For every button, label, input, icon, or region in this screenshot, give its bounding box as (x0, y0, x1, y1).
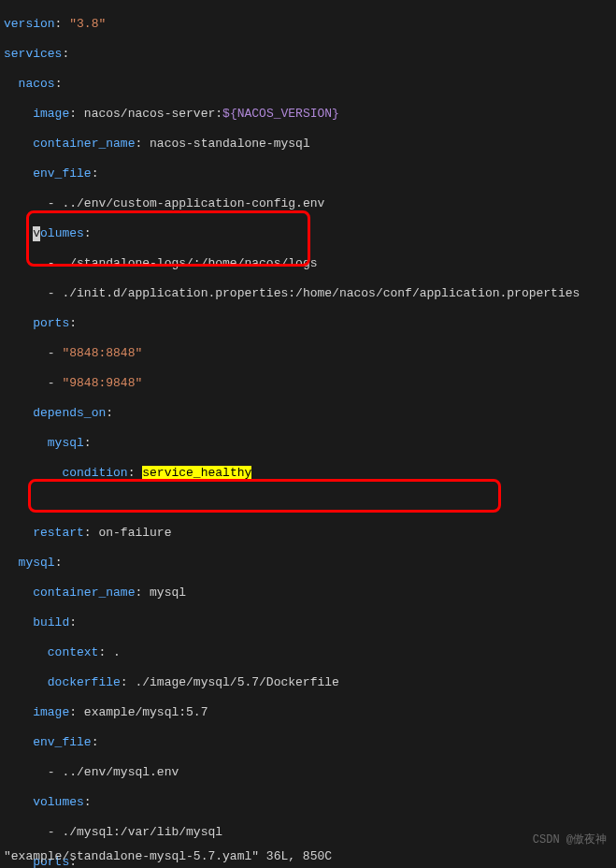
yaml-value: example/mysql:5.7 (77, 705, 208, 719)
vim-status-line: "example/standalone-mysql-5.7.yaml" 36L,… (4, 849, 332, 864)
yaml-key: olumes (40, 226, 84, 240)
yaml-key: services (4, 47, 62, 61)
yaml-key: image (33, 107, 69, 121)
list-item: ./standalone-logs/:/home/nacos/logs (62, 256, 317, 270)
yaml-value: ./image/mysql/5.7/Dockerfile (128, 675, 339, 689)
yaml-value: . (106, 645, 121, 659)
yaml-key: image (33, 705, 69, 719)
yaml-key: container_name (33, 586, 135, 600)
yaml-variable: ${NACOS_VERSION} (222, 107, 339, 121)
yaml-key: restart (33, 526, 84, 540)
yaml-key: context (48, 645, 99, 659)
list-item: "8848:8848" (62, 346, 142, 360)
cursor: v (33, 226, 40, 241)
watermark: CSDN @傲夜神 (533, 832, 607, 847)
yaml-key: build (33, 615, 69, 629)
yaml-key: mysql (48, 436, 84, 450)
yaml-key: version (4, 17, 55, 31)
highlighted-value: service_healthy (142, 466, 251, 480)
yaml-value: nacos/nacos-server: (77, 107, 222, 121)
yaml-key: mysql (19, 556, 55, 570)
list-item: ./init.d/application.properties:/home/na… (62, 286, 580, 300)
yaml-key: condition (62, 466, 127, 480)
yaml-key: container_name (33, 137, 135, 151)
yaml-key: env_file (33, 735, 91, 749)
yaml-value: "3.8" (69, 17, 106, 31)
list-item: "9848:9848" (62, 376, 142, 390)
yaml-key: nacos (19, 77, 55, 91)
yaml-key: env_file (33, 166, 91, 181)
yaml-value: on-failure (92, 526, 172, 540)
yaml-key: volumes (33, 795, 84, 809)
yaml-key: dockerfile (48, 675, 121, 689)
yaml-value: mysql (142, 586, 186, 600)
yaml-key: depends_on (33, 406, 106, 420)
list-item: ../env/mysql.env (62, 765, 179, 779)
yaml-key: ports (33, 316, 69, 330)
list-item: ./mysql:/var/lib/mysql (62, 825, 222, 839)
list-item: ../env/custom-application-config.env (62, 196, 324, 210)
yaml-value: nacos-standalone-mysql (142, 137, 309, 151)
code-editor[interactable]: version: "3.8" services: nacos: image: n… (0, 0, 616, 868)
